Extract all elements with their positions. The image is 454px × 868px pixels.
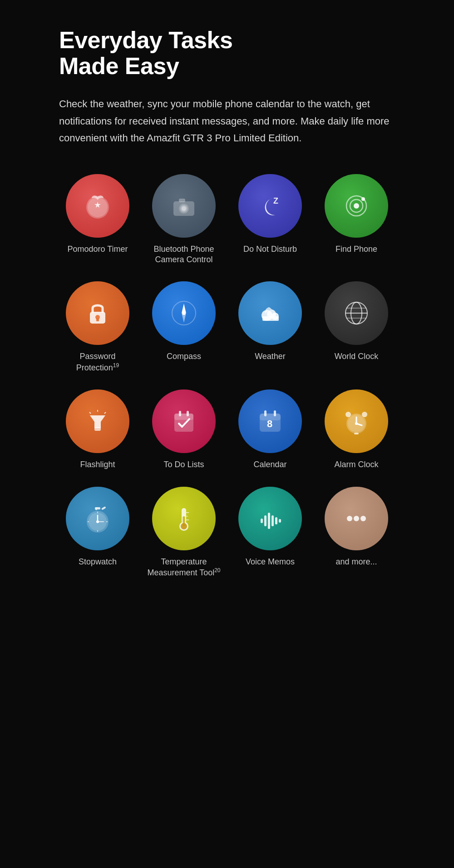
icon-stopwatch: + <box>66 487 129 550</box>
svg-rect-6 <box>179 199 185 202</box>
app-label-flashlight: Flashlight <box>80 459 115 470</box>
app-item-alarmclock: Alarm Clock <box>318 389 395 470</box>
app-label-password: Password Protection19 <box>59 351 136 373</box>
svg-text:Z: Z <box>273 196 278 205</box>
app-label-calendar: Calendar <box>253 459 286 470</box>
app-item-weather: Weather <box>232 281 309 373</box>
app-label-donotdisturb: Do Not Disturb <box>243 244 297 254</box>
svg-point-10 <box>354 203 359 209</box>
icon-more <box>325 487 388 550</box>
app-label-stopwatch: Stopwatch <box>79 557 117 567</box>
svg-point-62 <box>181 523 187 529</box>
icon-pomodoro <box>66 174 129 238</box>
svg-rect-67 <box>264 515 266 526</box>
app-item-calendar: 8 Calendar <box>232 389 309 470</box>
app-item-pomodoro: Pomodoro Timer <box>59 174 136 265</box>
svg-rect-26 <box>94 427 101 431</box>
svg-point-11 <box>361 197 365 201</box>
app-label-todo: To Do Lists <box>163 459 204 470</box>
svg-point-53 <box>96 520 99 523</box>
svg-point-1 <box>88 197 108 217</box>
icon-compass <box>152 281 216 345</box>
svg-point-74 <box>360 516 366 521</box>
icon-worldclock <box>325 281 388 345</box>
svg-rect-71 <box>279 519 281 523</box>
icon-donotdisturb: Z <box>238 174 302 238</box>
app-item-stopwatch: + Stopwatch <box>59 487 136 579</box>
svg-rect-66 <box>261 519 263 523</box>
icon-password <box>66 281 129 345</box>
svg-rect-68 <box>268 513 270 529</box>
icon-voicememos <box>238 487 302 550</box>
app-item-more: and more... <box>318 487 395 579</box>
svg-text:8: 8 <box>267 418 272 429</box>
icon-temperature <box>152 487 216 550</box>
app-item-worldclock: World Clock <box>318 281 395 373</box>
app-label-worldclock: World Clock <box>335 351 379 362</box>
app-item-compass: Compass <box>145 281 222 373</box>
app-label-bluetooth: Bluetooth Phone Camera Control <box>145 244 222 265</box>
svg-rect-46 <box>354 433 359 434</box>
app-item-findphone: Find Phone <box>318 174 395 265</box>
app-label-pomodoro: Pomodoro Timer <box>67 244 128 254</box>
app-item-voicememos: Voice Memos <box>232 487 309 579</box>
svg-rect-36 <box>264 410 266 416</box>
app-label-alarmclock: Alarm Clock <box>334 459 378 470</box>
app-label-voicememos: Voice Memos <box>246 557 295 567</box>
app-label-temperature: Temperature Measurement Tool20 <box>145 557 222 579</box>
svg-rect-37 <box>274 410 276 416</box>
app-item-bluetooth: Bluetooth Phone Camera Control <box>145 174 222 265</box>
svg-point-45 <box>355 422 358 425</box>
svg-rect-70 <box>275 517 277 524</box>
svg-rect-48 <box>101 506 106 510</box>
app-item-password: Password Protection19 <box>59 281 136 373</box>
svg-rect-14 <box>96 319 99 321</box>
icon-bluetooth <box>152 174 216 238</box>
svg-rect-20 <box>262 316 279 321</box>
svg-point-73 <box>354 516 359 521</box>
app-label-more: and more... <box>336 557 377 567</box>
svg-rect-69 <box>271 515 274 526</box>
icon-calendar: 8 <box>238 389 302 453</box>
svg-point-5 <box>182 206 186 211</box>
svg-line-28 <box>89 412 91 414</box>
icon-flashlight <box>66 389 129 453</box>
icon-alarmclock <box>325 389 388 453</box>
icon-findphone <box>325 174 388 238</box>
page-title: Everyday Tasks Made Easy <box>59 27 395 79</box>
page-description: Check the weather, sync your mobile phon… <box>59 95 395 146</box>
icon-weather <box>238 281 302 345</box>
app-label-weather: Weather <box>255 351 286 362</box>
svg-point-16 <box>182 311 186 315</box>
app-label-compass: Compass <box>167 351 201 362</box>
app-label-findphone: Find Phone <box>336 244 377 254</box>
svg-text:+: + <box>95 507 98 512</box>
icon-todo <box>152 389 216 453</box>
svg-rect-32 <box>179 411 181 416</box>
app-item-donotdisturb: Z Do Not Disturb <box>232 174 309 265</box>
apps-grid: Pomodoro Timer Bluetooth Phone Camera Co… <box>59 174 395 579</box>
svg-rect-31 <box>174 414 193 420</box>
svg-line-29 <box>104 412 106 414</box>
app-item-temperature: Temperature Measurement Tool20 <box>145 487 222 579</box>
svg-point-72 <box>347 516 352 521</box>
app-item-flashlight: Flashlight <box>59 389 136 470</box>
svg-rect-33 <box>187 411 189 416</box>
app-item-todo: To Do Lists <box>145 389 222 470</box>
